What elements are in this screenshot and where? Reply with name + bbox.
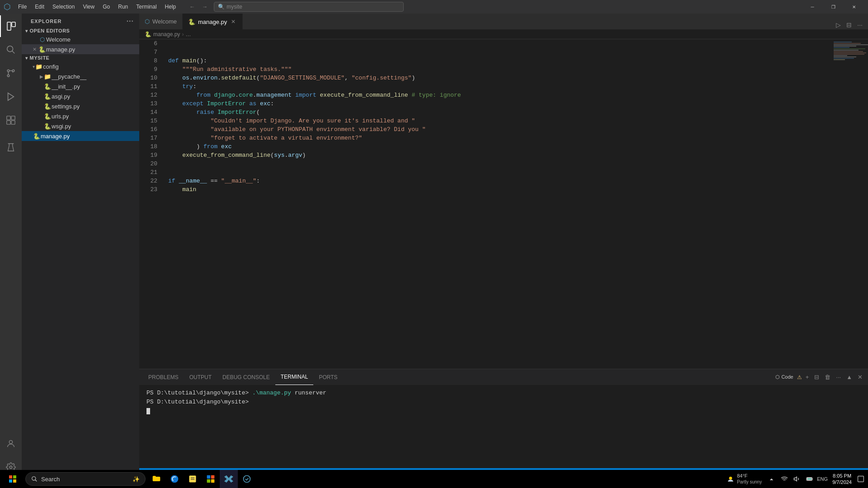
- menu-file[interactable]: File: [14, 3, 30, 11]
- open-editor-welcome-label: Welcome: [46, 36, 139, 43]
- taskbar-clock[interactable]: 8:05 PM 9/7/2024: [829, 473, 855, 485]
- taskbar-search-placeholder: Search: [41, 476, 60, 483]
- svg-rect-17: [13, 479, 16, 483]
- terminal-arg-1: runserver: [291, 389, 326, 396]
- asgi-file[interactable]: 🐍 asgi.py: [22, 91, 139, 101]
- extensions-activity-icon[interactable]: [0, 109, 22, 131]
- tray-arrow[interactable]: ⏶: [765, 470, 778, 488]
- svg-point-29: [729, 477, 732, 480]
- terminal-content[interactable]: PS D:\tutotial\django\mysite> .\manage.p…: [139, 385, 868, 468]
- nav-back-button[interactable]: ←: [187, 2, 198, 11]
- tab-welcome[interactable]: ⬡ Welcome: [139, 14, 183, 29]
- breadcrumb-symbol[interactable]: …: [185, 31, 191, 38]
- settings-file[interactable]: 🐍 settings.py: [22, 101, 139, 111]
- svg-point-4: [7, 70, 9, 72]
- panel-tab-ports[interactable]: PORTS: [313, 369, 343, 385]
- managepy-tab-label: manage.py: [198, 19, 227, 25]
- panel-tab-terminal[interactable]: TERMINAL: [275, 369, 314, 385]
- tray-volume[interactable]: [791, 470, 803, 488]
- search-activity-icon[interactable]: [0, 39, 22, 61]
- menu-help[interactable]: Help: [161, 3, 180, 11]
- welcome-tab-icon: ⬡: [38, 36, 46, 43]
- source-control-activity-icon[interactable]: [0, 62, 22, 84]
- taskbar-sticky[interactable]: [184, 470, 202, 488]
- svg-rect-16: [9, 479, 12, 483]
- tray-battery[interactable]: [803, 470, 816, 488]
- svg-point-18: [32, 477, 36, 480]
- tab-managepy[interactable]: 🐍 manage.py ✕: [183, 14, 243, 29]
- taskbar-store[interactable]: [202, 470, 220, 488]
- terminal-trash-button[interactable]: 🗑: [823, 373, 832, 381]
- account-activity-icon[interactable]: [0, 433, 22, 455]
- taskbar-file-manager[interactable]: [147, 470, 165, 488]
- terminal-command-1: .\manage.py: [252, 389, 291, 396]
- menu-view[interactable]: View: [79, 3, 98, 11]
- svg-point-20: [171, 475, 179, 483]
- breadcrumb-file[interactable]: manage.py: [153, 31, 180, 38]
- terminal-split-button[interactable]: ⊟: [812, 373, 821, 381]
- urls-file[interactable]: 🐍 urls.py: [22, 111, 139, 121]
- pycache-folder[interactable]: ▶ 📁 __pycache__: [22, 71, 139, 81]
- svg-rect-8: [7, 116, 10, 120]
- close-panel-button[interactable]: ✕: [856, 373, 864, 381]
- manage-file[interactable]: 🐍 manage.py: [22, 131, 139, 141]
- open-editor-welcome[interactable]: ⬡ Welcome: [22, 34, 139, 44]
- close-editor-icon[interactable]: ✕: [31, 47, 38, 52]
- taskbar-search-icon: [31, 476, 38, 482]
- code-editor[interactable]: 6 7 8 9 10 11 12 13 14 15 16 17 18 19 20…: [139, 39, 868, 369]
- run-button[interactable]: ▷: [834, 20, 843, 29]
- panel-tab-debug[interactable]: DEBUG CONSOLE: [217, 369, 275, 385]
- more-panel-button[interactable]: ···: [834, 373, 843, 381]
- menu-go[interactable]: Go: [99, 3, 113, 11]
- svg-point-5: [7, 75, 9, 77]
- minimize-button[interactable]: ─: [802, 0, 823, 14]
- testing-activity-icon[interactable]: [0, 136, 22, 158]
- svg-point-13: [9, 466, 12, 469]
- panel-tab-output[interactable]: OUTPUT: [184, 369, 217, 385]
- taskbar-vscode[interactable]: [220, 470, 238, 488]
- sidebar-more-button[interactable]: ···: [127, 17, 134, 25]
- notification-button[interactable]: [855, 470, 866, 488]
- pycache-arrow: ▶: [40, 74, 43, 79]
- open-editor-managepy[interactable]: ✕ 🐍 manage.py: [22, 44, 139, 54]
- minimap: [832, 39, 868, 369]
- title-search-box[interactable]: 🔍 mysite: [214, 2, 404, 12]
- close-button[interactable]: ✕: [844, 0, 864, 14]
- new-terminal-button[interactable]: +: [804, 373, 811, 381]
- split-editor-button[interactable]: ⊟: [844, 20, 854, 29]
- restore-button[interactable]: ❐: [823, 0, 844, 14]
- breadcrumb-icon: 🐍: [145, 31, 151, 38]
- taskbar-search[interactable]: Search ✨: [25, 472, 146, 486]
- run-debug-activity-icon[interactable]: [0, 86, 22, 108]
- open-editors-header[interactable]: ▾ OPEN EDITORS: [22, 27, 139, 34]
- nav-buttons: ← →: [187, 2, 210, 11]
- menu-selection[interactable]: Selection: [49, 3, 78, 11]
- breadcrumb-separator: ›: [182, 31, 184, 38]
- urls-file-label: urls.py: [52, 113, 139, 120]
- svg-rect-26: [207, 479, 211, 483]
- menu-run[interactable]: Run: [114, 3, 132, 11]
- tray-lang[interactable]: ENG: [816, 470, 829, 488]
- more-actions-button[interactable]: ···: [855, 20, 864, 29]
- project-header[interactable]: ▾ MYSITE: [22, 54, 139, 61]
- init-file[interactable]: 🐍 __init__.py: [22, 81, 139, 91]
- svg-point-2: [7, 46, 13, 52]
- config-folder[interactable]: ▾ 📁 config: [22, 61, 139, 71]
- pycache-folder-label: __pycache__: [52, 73, 139, 80]
- panel-tab-problems[interactable]: PROBLEMS: [143, 369, 184, 385]
- maximize-panel-button[interactable]: ▲: [844, 373, 854, 381]
- svg-line-19: [35, 480, 37, 482]
- menu-edit[interactable]: Edit: [31, 3, 48, 11]
- menu-terminal[interactable]: Terminal: [132, 3, 160, 11]
- taskbar-edge[interactable]: [165, 470, 184, 488]
- wsgi-file[interactable]: 🐍 wsgi.py: [22, 121, 139, 131]
- code-content[interactable]: def main(): """Run administrative tasks.…: [161, 39, 832, 369]
- svg-point-28: [244, 476, 250, 483]
- tray-network[interactable]: [778, 470, 791, 488]
- explorer-activity-icon[interactable]: [0, 15, 22, 37]
- taskbar-vscode-extra[interactable]: [238, 470, 256, 488]
- nav-forward-button[interactable]: →: [199, 2, 210, 11]
- close-tab-button[interactable]: ✕: [230, 19, 237, 25]
- start-button[interactable]: [2, 470, 24, 488]
- taskbar-weather[interactable]: 84°F Partly sunny: [722, 473, 765, 485]
